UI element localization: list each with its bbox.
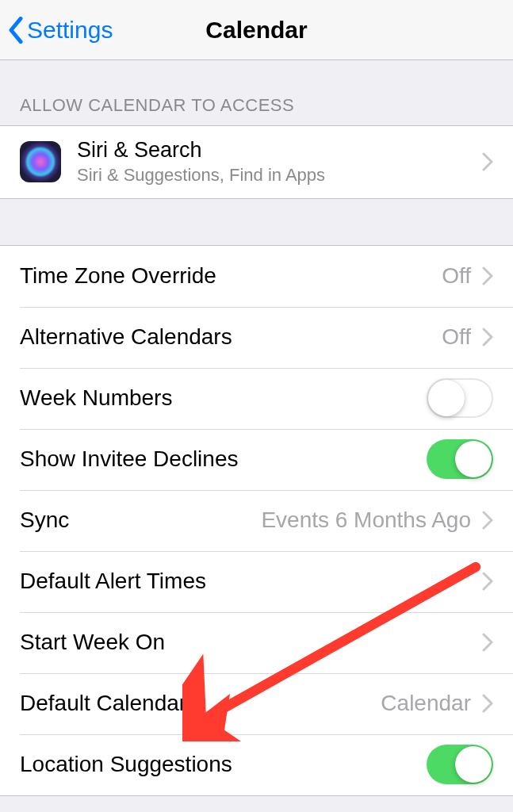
siri-subtitle: Siri & Suggestions, Find in Apps	[77, 164, 482, 187]
row-label: Show Invitee Declines	[20, 446, 427, 472]
siri-title: Siri & Search	[77, 137, 482, 163]
siri-icon	[20, 141, 61, 182]
back-label: Settings	[27, 17, 113, 44]
sync-row[interactable]: Sync Events 6 Months Ago	[0, 490, 513, 551]
row-label: Time Zone Override	[20, 263, 442, 289]
siri-search-row[interactable]: Siri & Search Siri & Suggestions, Find i…	[0, 126, 513, 198]
row-label: Sync	[20, 508, 261, 533]
row-label: Week Numbers	[20, 385, 427, 411]
chevron-right-icon	[482, 266, 493, 285]
row-label: Location Suggestions	[20, 752, 427, 777]
week-numbers-toggle[interactable]	[427, 378, 493, 418]
toggle-knob	[428, 380, 465, 416]
chevron-right-icon	[482, 572, 493, 591]
row-label: Default Calendar	[20, 691, 381, 716]
section-header: ALLOW CALENDAR TO ACCESS	[0, 60, 513, 125]
row-value: Calendar	[381, 691, 471, 716]
back-button[interactable]: Settings	[8, 17, 113, 44]
access-list: Siri & Search Siri & Suggestions, Find i…	[0, 125, 513, 199]
location-suggestions-toggle[interactable]	[427, 745, 493, 784]
toggle-knob	[455, 746, 492, 783]
nav-bar: Settings Calendar	[0, 0, 513, 60]
row-value: Off	[442, 324, 471, 350]
chevron-right-icon	[482, 152, 493, 171]
chevron-right-icon	[482, 327, 493, 347]
row-label: Alternative Calendars	[20, 324, 442, 350]
time-zone-override-row[interactable]: Time Zone Override Off	[0, 246, 513, 307]
invitee-declines-toggle[interactable]	[427, 439, 493, 479]
row-value: Events 6 Months Ago	[261, 508, 471, 533]
show-invitee-declines-row: Show Invitee Declines	[0, 429, 513, 490]
chevron-right-icon	[482, 633, 493, 652]
default-calendar-row[interactable]: Default Calendar Calendar	[0, 673, 513, 734]
row-value: Off	[442, 263, 471, 289]
siri-text: Siri & Search Siri & Suggestions, Find i…	[77, 137, 482, 187]
row-label: Start Week On	[20, 630, 482, 655]
location-suggestions-row: Location Suggestions	[0, 734, 513, 795]
chevron-left-icon	[8, 17, 24, 44]
default-alert-times-row[interactable]: Default Alert Times	[0, 551, 513, 612]
chevron-right-icon	[482, 511, 493, 530]
row-label: Default Alert Times	[20, 569, 482, 594]
chevron-right-icon	[482, 694, 493, 713]
settings-list: Time Zone Override Off Alternative Calen…	[0, 245, 513, 796]
alternative-calendars-row[interactable]: Alternative Calendars Off	[0, 307, 513, 368]
page-title: Calendar	[205, 17, 307, 44]
week-numbers-row: Week Numbers	[0, 368, 513, 429]
toggle-knob	[455, 441, 492, 477]
section-gap	[0, 199, 513, 245]
start-week-on-row[interactable]: Start Week On	[0, 612, 513, 673]
